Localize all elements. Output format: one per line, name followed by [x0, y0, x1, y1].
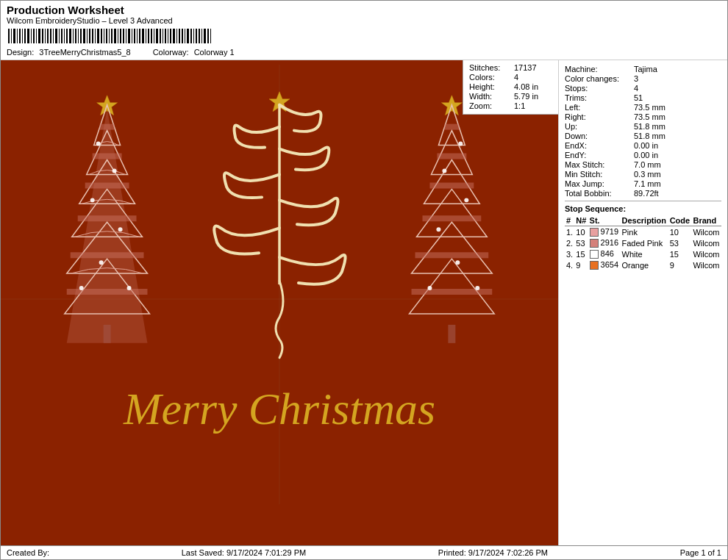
svg-rect-31	[95, 29, 96, 43]
design-area: Stitches: 17137 Colors: 4 Height: 4.08 i…	[1, 60, 558, 545]
total-bobbin-row: Total Bobbin: 89.72ft	[565, 189, 721, 198]
cell-num: 4.	[565, 259, 574, 270]
col-st: St.	[588, 215, 621, 226]
table-header-row: # N# St. Description Code Brand	[565, 215, 721, 226]
svg-rect-63	[185, 29, 185, 43]
svg-rect-15	[50, 29, 51, 43]
svg-rect-18	[59, 29, 60, 43]
svg-rect-60	[176, 29, 177, 43]
colorway-label: Colorway: Colorway 1	[153, 48, 235, 57]
col-code: Code	[668, 215, 692, 226]
svg-rect-3	[17, 29, 18, 43]
left-row: Left: 73.5 mm	[565, 103, 721, 112]
zoom-label: Zoom:	[469, 101, 510, 110]
min-stitch-row: Min Stitch: 0.3 mm	[565, 170, 721, 179]
trims-value: 51	[634, 93, 643, 102]
svg-rect-43	[128, 29, 130, 43]
svg-rect-44	[132, 29, 132, 43]
svg-rect-68	[199, 29, 200, 43]
colorway-value: Colorway 1	[194, 48, 235, 57]
svg-point-104	[427, 286, 432, 290]
barcode-svg	[7, 27, 213, 46]
svg-point-103	[455, 260, 460, 265]
svg-rect-51	[151, 29, 152, 43]
svg-point-85	[118, 227, 123, 231]
cell-desc: Pink	[621, 226, 668, 238]
svg-rect-5	[22, 29, 23, 43]
min-stitch-label: Min Stitch:	[565, 170, 631, 179]
svg-rect-6	[24, 29, 26, 43]
up-value: 51.8 mm	[634, 122, 665, 131]
endy-row: EndY: 0.00 in	[565, 151, 721, 159]
svg-rect-34	[104, 29, 104, 43]
cell-brand: Wilcom	[691, 237, 721, 248]
barcode	[7, 27, 721, 46]
max-jump-label: Max Jump:	[565, 179, 631, 188]
stop-sequence-table: # N# St. Description Code Brand 1. 10 97…	[565, 215, 721, 270]
svg-point-88	[79, 286, 84, 290]
printed: Printed: 9/17/2024 7:02:26 PM	[438, 548, 548, 557]
design-svg: Merry Christmas	[1, 60, 558, 545]
svg-rect-59	[173, 29, 175, 43]
col-num: #	[565, 215, 574, 226]
created-by: Created By:	[7, 548, 49, 557]
svg-rect-30	[92, 29, 93, 43]
color-changes-label: Color changes:	[565, 74, 631, 83]
svg-rect-23	[73, 29, 74, 43]
design-value: 3TreeMerryChristmas5_8	[39, 48, 130, 57]
svg-rect-72	[210, 29, 211, 43]
color-swatch	[590, 228, 599, 237]
svg-rect-33	[101, 29, 102, 43]
max-stitch-row: Max Stitch: 7.0 mm	[565, 160, 721, 169]
header-meta: Design: 3TreeMerryChristmas5_8 Colorway:…	[7, 48, 721, 57]
color-swatch	[590, 250, 599, 259]
stitches-label: Stitches:	[469, 63, 510, 72]
cell-desc: Faded Pink	[621, 237, 668, 248]
cell-code: 9	[668, 259, 692, 270]
left-tree	[65, 96, 150, 343]
machine-label: Machine:	[565, 65, 631, 73]
svg-point-101	[464, 198, 468, 202]
svg-rect-7	[27, 29, 29, 43]
svg-rect-9	[33, 29, 35, 43]
svg-point-87	[127, 286, 132, 290]
trims-label: Trims:	[565, 93, 631, 102]
color-changes-value: 3	[634, 74, 638, 83]
svg-rect-19	[61, 29, 63, 43]
right-tree	[410, 96, 495, 343]
svg-rect-42	[126, 29, 126, 43]
footer: Created By: Last Saved: 9/17/2024 7:01:2…	[1, 545, 727, 559]
svg-rect-21	[66, 29, 68, 43]
main-content: Stitches: 17137 Colors: 4 Height: 4.08 i…	[1, 60, 727, 545]
stop-seq-body: 1. 10 9719 Pink 10 Wilcom 2. 53 2916 Fad…	[565, 226, 721, 271]
right-value: 73.5 mm	[634, 112, 665, 121]
right-label: Right:	[565, 112, 631, 121]
svg-rect-47	[139, 29, 140, 43]
page: Production Worksheet Wilcom EmbroiderySt…	[0, 0, 728, 560]
width-value: 5.79 in	[514, 92, 538, 101]
endy-value: 0.00 in	[634, 151, 658, 159]
svg-rect-26	[80, 29, 82, 43]
svg-rect-32	[97, 29, 99, 43]
max-jump-value: 7.1 mm	[634, 179, 661, 188]
trims-row: Trims: 51	[565, 93, 721, 102]
svg-point-105	[475, 286, 479, 290]
table-row: 3. 15 846 White 15 Wilcom	[565, 248, 721, 259]
page-num: Page 1 of 1	[680, 548, 721, 557]
svg-rect-29	[89, 29, 90, 43]
svg-rect-10	[36, 29, 37, 43]
cell-desc: Orange	[621, 259, 668, 270]
svg-rect-70	[204, 29, 206, 43]
cell-n: 9	[574, 259, 588, 270]
svg-rect-2	[13, 29, 15, 43]
left-value: 73.5 mm	[634, 103, 665, 112]
svg-rect-22	[69, 29, 71, 43]
cell-brand: Wilcom	[691, 248, 721, 259]
svg-rect-0	[8, 29, 10, 43]
cell-brand: Wilcom	[691, 259, 721, 270]
svg-rect-54	[160, 29, 161, 43]
stop-seq-title: Stop Sequence:	[565, 204, 721, 213]
svg-rect-57	[168, 29, 168, 43]
cell-code: 10	[668, 226, 692, 238]
center-tree	[214, 92, 345, 358]
